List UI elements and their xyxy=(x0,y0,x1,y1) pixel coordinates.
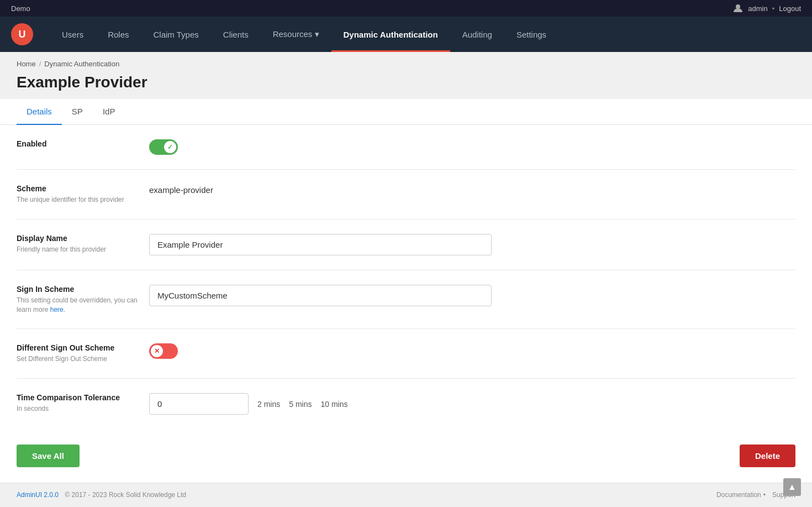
field-sign-in-scheme-label-area: Sign In Scheme This setting could be ove… xyxy=(17,285,138,315)
footer: AdminUI 2.0.0 © 2017 - 2023 Rock Solid K… xyxy=(0,483,812,506)
logo: U xyxy=(11,23,33,45)
enabled-toggle[interactable]: ✓ xyxy=(149,139,178,155)
footer-version: AdminUI 2.0.0 xyxy=(17,491,59,499)
x-icon: ✕ xyxy=(154,347,160,355)
top-bar-right: admin • Logout xyxy=(732,3,801,14)
user-icon xyxy=(732,3,744,14)
nav-item-resources[interactable]: Resources ▾ xyxy=(261,17,331,52)
tab-details[interactable]: Details xyxy=(17,99,62,125)
tabs-area: Details SP IdP xyxy=(0,99,812,125)
tab-idp[interactable]: IdP xyxy=(93,99,125,125)
nav-item-users[interactable]: Users xyxy=(50,17,96,52)
field-enabled: Enabled ✓ xyxy=(17,125,795,170)
sign-in-scheme-input[interactable] xyxy=(149,285,492,306)
field-sign-in-scheme-value xyxy=(149,285,795,306)
page-header: Example Provider xyxy=(0,70,812,91)
display-name-input[interactable] xyxy=(149,234,492,255)
save-all-button[interactable]: Save All xyxy=(17,445,80,467)
field-display-name-label-area: Display Name Friendly name for this prov… xyxy=(17,234,138,254)
field-sign-out-label-area: Different Sign Out Scheme Set Different … xyxy=(17,343,138,364)
footer-copyright: © 2017 - 2023 Rock Solid Knowledge Ltd xyxy=(65,491,186,499)
field-time-tolerance-value: 2 mins 5 mins 10 mins xyxy=(149,393,795,415)
sign-out-toggle[interactable]: ✕ xyxy=(149,343,178,359)
breadcrumb-sep: / xyxy=(39,60,41,68)
field-time-tolerance: Time Comparison Tolerance In seconds 2 m… xyxy=(17,379,795,429)
field-time-tolerance-label-area: Time Comparison Tolerance In seconds xyxy=(17,393,138,414)
field-display-name-value xyxy=(149,234,795,255)
field-scheme-value: example-provider xyxy=(149,184,795,195)
quick-link-10mins[interactable]: 10 mins xyxy=(320,400,347,409)
time-tolerance-input[interactable] xyxy=(149,393,249,415)
top-bar: Demo admin • Logout xyxy=(0,0,812,17)
sign-in-scheme-link[interactable]: here xyxy=(50,306,64,313)
breadcrumb-home[interactable]: Home xyxy=(17,60,36,68)
time-tolerance-wrap: 2 mins 5 mins 10 mins xyxy=(149,393,348,415)
scroll-top-button[interactable]: ▲ xyxy=(783,478,801,496)
nav-items: Users Roles Claim Types Clients Resource… xyxy=(50,17,558,52)
field-enabled-value: ✓ xyxy=(149,139,795,155)
field-sign-out-toggle-value: ✕ xyxy=(149,343,795,359)
logout-link[interactable]: Logout xyxy=(779,4,801,13)
scheme-value: example-provider xyxy=(149,184,213,195)
footer-left: AdminUI 2.0.0 © 2017 - 2023 Rock Solid K… xyxy=(17,491,186,499)
content: Enabled ✓ Scheme The unique identifier f… xyxy=(0,125,812,429)
demo-label: Demo xyxy=(11,4,30,13)
breadcrumb: Home / Dynamic Authentication xyxy=(17,60,795,68)
quick-link-5mins[interactable]: 5 mins xyxy=(289,400,312,409)
nav-item-dynamic-auth[interactable]: Dynamic Authentication xyxy=(331,17,450,52)
admin-label: admin xyxy=(748,4,767,13)
quick-link-2mins[interactable]: 2 mins xyxy=(257,400,280,409)
field-sign-in-scheme: Sign In Scheme This setting could be ove… xyxy=(17,270,795,330)
tab-sp[interactable]: SP xyxy=(62,99,93,125)
breadcrumb-area: Home / Dynamic Authentication xyxy=(0,52,812,70)
nav-item-auditing[interactable]: Auditing xyxy=(450,17,504,52)
field-scheme-label-area: Scheme The unique identifier for this pr… xyxy=(17,184,138,205)
field-sign-out-scheme: Different Sign Out Scheme Set Different … xyxy=(17,329,795,379)
separator: • xyxy=(772,4,775,13)
nav-item-roles[interactable]: Roles xyxy=(96,17,141,52)
field-enabled-label: Enabled xyxy=(17,139,138,148)
action-area: Save All Delete xyxy=(0,429,812,483)
breadcrumb-current: Dynamic Authentication xyxy=(44,60,119,68)
page-title: Example Provider xyxy=(17,74,795,91)
nav-item-clients[interactable]: Clients xyxy=(211,17,261,52)
nav-item-settings[interactable]: Settings xyxy=(504,17,558,52)
delete-button[interactable]: Delete xyxy=(740,445,795,467)
footer-docs-link[interactable]: Documentation xyxy=(716,491,761,499)
main-nav: U Users Roles Claim Types Clients Resour… xyxy=(0,17,812,52)
field-display-name: Display Name Friendly name for this prov… xyxy=(17,219,795,270)
check-icon: ✓ xyxy=(167,143,173,151)
nav-item-claim-types[interactable]: Claim Types xyxy=(141,17,211,52)
svg-point-0 xyxy=(736,4,740,9)
sign-in-desc: This setting could be overridden, you ca… xyxy=(17,296,138,315)
field-scheme: Scheme The unique identifier for this pr… xyxy=(17,170,795,219)
